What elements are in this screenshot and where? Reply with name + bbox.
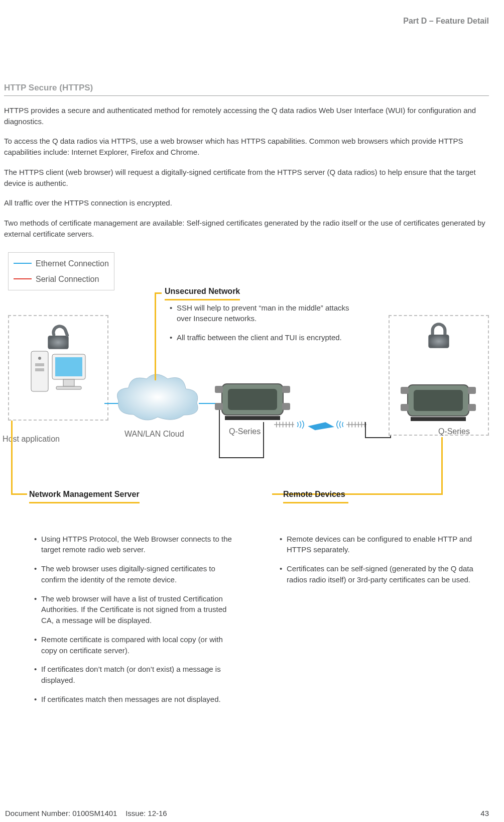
- cloud-label: WAN/LAN Cloud: [124, 428, 184, 440]
- svg-rect-12: [282, 386, 290, 393]
- nms-bullets: Using HTTPS Protocol, the Web Browser co…: [34, 534, 238, 705]
- bullet: Using HTTPS Protocol, the Web Browser co…: [34, 534, 238, 556]
- unsecured-bullets: SSH will help to prevent “man in the mid…: [170, 302, 355, 351]
- svg-rect-31: [401, 387, 409, 394]
- q-series-label: Q-Series: [438, 426, 470, 437]
- connector-line: [365, 422, 366, 438]
- svg-rect-5: [55, 357, 82, 376]
- svg-rect-3: [35, 368, 44, 371]
- bullet: The web browser uses digitally-signed ce…: [34, 563, 238, 585]
- serial-line-icon: [14, 278, 32, 279]
- radio-device-icon: [215, 378, 290, 423]
- callout-title-remote: Remote Devices: [283, 488, 348, 503]
- remote-bullets: Remote devices can be configured to enab…: [280, 534, 484, 585]
- svg-rect-6: [63, 379, 74, 386]
- paragraph: The HTTPS client (web browser) will requ…: [4, 167, 489, 189]
- legend: Ethernet Connection Serial Connection: [8, 252, 114, 290]
- section-title: HTTP Secure (HTTPS): [4, 82, 489, 96]
- bullet: The web browser will have a list of trus…: [34, 593, 238, 626]
- svg-rect-7: [56, 386, 81, 389]
- bullet: SSH will help to prevent “man in the mid…: [170, 302, 355, 325]
- doc-number: Document Number: 0100SM1401: [5, 809, 117, 817]
- svg-rect-13: [282, 403, 290, 410]
- legend-label: Serial Connection: [36, 273, 99, 285]
- svg-rect-2: [35, 363, 44, 366]
- callout-title-unsecured: Unsecured Network: [165, 285, 240, 300]
- callout-title-nms: Network Management Server: [29, 488, 140, 503]
- callout-line: [272, 437, 443, 495]
- page-footer: Document Number: 0100SM1401 Issue: 12-16…: [5, 808, 489, 819]
- svg-rect-30: [414, 390, 463, 411]
- lock-closed-icon: [423, 320, 454, 351]
- callout-line: [11, 421, 27, 495]
- svg-rect-35: [411, 417, 466, 421]
- q-series-label: Q-Series: [229, 426, 261, 437]
- paragraph: HTTPS provides a secure and authenticate…: [4, 105, 489, 127]
- issue-number: Issue: 12-16: [125, 809, 167, 817]
- network-diagram: Ethernet Connection Serial Connection Ho…: [4, 252, 489, 534]
- svg-rect-10: [215, 386, 223, 393]
- page-header: Part D – Feature Detail: [4, 15, 489, 27]
- computer-icon: [28, 346, 88, 401]
- legend-label: Ethernet Connection: [36, 258, 109, 269]
- svg-rect-9: [228, 389, 277, 410]
- host-box: [8, 315, 108, 421]
- bullet: Remote certificate is compared with loca…: [34, 634, 238, 656]
- ethernet-line-icon: [14, 263, 32, 264]
- bullet: All traffic between the client and TUI i…: [170, 332, 355, 343]
- svg-point-1: [38, 357, 41, 360]
- bullet: Remote devices can be configured to enab…: [280, 534, 484, 556]
- svg-rect-14: [225, 416, 280, 420]
- callout-line: [155, 292, 162, 380]
- svg-rect-11: [215, 403, 223, 410]
- radio-device-icon: [401, 379, 476, 424]
- paragraph: To access the Q data radios via HTTPS, u…: [4, 136, 489, 158]
- svg-rect-33: [468, 387, 476, 394]
- bullet: If certificates match then messages are …: [34, 694, 238, 705]
- paragraph: All traffic over the HTTPS connection is…: [4, 197, 489, 209]
- connector-line: [219, 457, 264, 458]
- bullet: Certificates can be self-signed (generat…: [280, 563, 484, 585]
- paragraph: Two methods of certificate management ar…: [4, 218, 489, 240]
- bullet: If certificates don’t match (or don’t ex…: [34, 664, 238, 686]
- svg-rect-34: [468, 404, 476, 411]
- page-number: 43: [480, 808, 489, 819]
- svg-rect-32: [401, 404, 409, 411]
